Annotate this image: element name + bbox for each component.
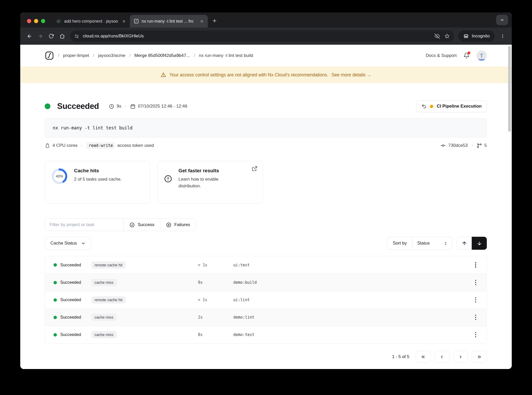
tab-add-hero-component[interactable]: add hero component · jaysoo <box>52 15 130 28</box>
url-text[interactable]: cloud.nx.app/runs/BkIXGHleUs <box>83 34 432 39</box>
incognito-icon <box>463 33 469 39</box>
row-menu-button[interactable] <box>471 313 480 322</box>
pagination-last-button[interactable]: » <box>472 351 487 363</box>
sort-bar: Cache Status Sort by Status <box>45 237 487 250</box>
nx-cloud-page: / proper-limpet / jaysoo3/acme / Merge 8… <box>20 45 512 369</box>
browser-menu-button[interactable] <box>497 31 508 42</box>
tab-search-chevron-button[interactable] <box>496 15 508 25</box>
breadcrumb-workspace[interactable]: proper-limpet <box>63 53 89 58</box>
table-row[interactable]: Succeeded cache miss 8s demo:test <box>45 326 487 343</box>
pagination-next-button[interactable]: › <box>453 351 468 363</box>
cache-percent: 40% <box>51 168 68 185</box>
incognito-badge: Incognito <box>458 30 495 42</box>
close-tab-icon[interactable] <box>121 18 127 24</box>
row-menu-button[interactable] <box>471 260 480 270</box>
browser-window: add hero component · jaysoo nx run-many … <box>20 12 512 369</box>
faster-results-title: Get faster results <box>178 168 238 174</box>
site-settings-icon[interactable] <box>74 34 79 39</box>
sort-field-select[interactable]: Status <box>412 237 452 249</box>
tab-title: add hero component · jaysoo <box>64 19 118 24</box>
arrow-down-icon <box>477 241 482 246</box>
notifications-button[interactable] <box>463 52 470 59</box>
failures-filter-button[interactable]: Failures <box>160 219 196 231</box>
banner-message: Your access control settings are not ali… <box>169 72 328 78</box>
warning-icon <box>161 72 166 78</box>
row-menu-button[interactable] <box>471 295 480 305</box>
zoom-window-button[interactable] <box>41 19 45 23</box>
docs-support-link[interactable]: Docs & Support <box>426 53 457 58</box>
forward-button[interactable] <box>35 31 46 42</box>
filter-bar: Success Failures <box>45 219 487 231</box>
close-window-button[interactable] <box>27 19 31 23</box>
reload-button[interactable] <box>46 31 57 42</box>
cpu-cores: 4 CPU cores <box>52 143 77 148</box>
cache-donut-chart: 40% <box>51 168 68 185</box>
sort-by-label: Sort by <box>387 237 412 249</box>
traffic-lights <box>27 19 45 23</box>
sort-descending-button[interactable] <box>472 237 487 250</box>
table-row[interactable]: Succeeded cache miss 2s demo:lint <box>45 308 487 326</box>
tab-nx-run[interactable]: nx run-many -t lint test ... fro <box>130 15 208 28</box>
row-menu-button[interactable] <box>471 330 480 339</box>
home-button[interactable] <box>57 31 68 42</box>
pagination: 1 - 5 of 5 « ‹ › » <box>45 351 487 365</box>
page-scrollbar[interactable] <box>508 46 511 132</box>
breadcrumb-run: nx run-many -t lint test build <box>199 53 253 58</box>
task-duration: 2s <box>198 315 233 320</box>
sort-by-group: Sort by Status <box>387 237 452 250</box>
pagination-label: 1 - 5 of 5 <box>392 354 409 359</box>
bookmark-star-icon[interactable] <box>442 31 452 41</box>
status-dot <box>54 298 57 302</box>
breadcrumb: / proper-limpet / jaysoo3/acme / Merge 8… <box>45 51 253 60</box>
filter-input[interactable] <box>45 219 123 231</box>
clock-icon <box>109 104 114 109</box>
cache-badge: remote cache hit <box>91 261 125 269</box>
cache-badge: cache miss <box>91 314 117 321</box>
back-button[interactable] <box>24 31 35 42</box>
task-name: demo:test <box>233 332 487 337</box>
breadcrumb-commit[interactable]: Merge 85d500f42d5a9b47... <box>134 53 190 58</box>
task-duration: 8s <box>198 332 233 337</box>
breadcrumb-repo[interactable]: jaysoo3/acme <box>98 53 125 58</box>
cache-status-dropdown[interactable]: Cache Status <box>45 237 91 250</box>
task-name: demo:lint <box>233 315 487 320</box>
pagination-first-button[interactable]: « <box>416 351 431 363</box>
cache-badge: cache miss <box>91 331 117 338</box>
undo-icon <box>421 104 427 109</box>
task-duration: < 1s <box>198 298 233 302</box>
nx-logo-icon[interactable] <box>45 51 54 60</box>
table-row[interactable]: Succeeded remote cache hit < 1s ui:test <box>45 256 487 274</box>
avatar[interactable]: T <box>476 50 487 61</box>
sort-direction-toggle <box>457 237 487 250</box>
run-status: Succeeded <box>57 102 99 111</box>
tab-title: nx run-many -t lint test ... fro <box>142 19 196 24</box>
run-meta-row: 4 CPU cores read-write access token used… <box>45 142 487 149</box>
new-tab-button[interactable] <box>209 16 220 26</box>
access-token-chip: read-write <box>86 142 115 149</box>
pipeline-status-dot <box>430 105 433 108</box>
run-date-range: 07/10/2025 12:46 - 12:46 <box>138 104 187 109</box>
address-bar[interactable]: cloud.nx.app/runs/BkIXGHleUs <box>70 30 454 42</box>
sort-ascending-button[interactable] <box>457 237 472 250</box>
status-dot <box>54 333 57 337</box>
cache-badge: cache miss <box>91 279 117 286</box>
task-name: ui:test <box>233 263 487 267</box>
close-tab-icon[interactable] <box>199 18 205 24</box>
eye-off-icon[interactable] <box>432 31 442 41</box>
pagination-prev-button[interactable]: ‹ <box>434 351 449 363</box>
table-row[interactable]: Succeeded cache miss 9s demo:build <box>45 274 487 291</box>
cache-hits-card: 40% Cache hits 2 of 5 tasks used cache. <box>45 161 150 203</box>
branch-icon <box>477 143 482 148</box>
ci-pipeline-execution-button[interactable]: CI Pipeline Execution <box>416 100 487 112</box>
external-link-icon[interactable] <box>252 166 257 172</box>
table-row[interactable]: Succeeded remote cache hit < 1s ui:lint <box>45 291 487 308</box>
task-name: demo:build <box>233 280 487 285</box>
task-table: Succeeded remote cache hit < 1s ui:test … <box>45 256 487 344</box>
access-token-suffix: access token used <box>117 143 154 148</box>
minimize-window-button[interactable] <box>34 19 38 23</box>
faster-results-card[interactable]: Get faster results Learn how to enable d… <box>157 161 263 203</box>
row-menu-button[interactable] <box>471 278 480 287</box>
success-filter-button[interactable]: Success <box>124 219 160 231</box>
banner-details-link[interactable]: See more details → <box>331 72 371 78</box>
commit-hash[interactable]: 730dce53 <box>448 143 468 148</box>
